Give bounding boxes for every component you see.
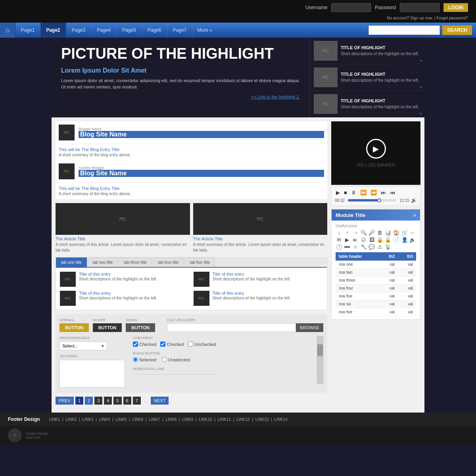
icon-lock[interactable]: 🔒 [376,237,384,243]
icon-warn[interactable]: ⚠ [376,244,384,250]
nav-item-page3[interactable]: Page3 [66,23,92,38]
footer-link-1[interactable]: LINK1 [49,417,60,422]
icon-minus[interactable]: ➖ [344,244,351,250]
file-input[interactable] [167,323,296,332]
next-ctrl[interactable]: ⏭ [380,189,387,196]
icon-unlock[interactable]: 🔓 [385,237,392,243]
password-input[interactable] [400,3,440,12]
icon-chat[interactable]: 💬 [368,244,375,250]
icon-left[interactable]: ← [409,230,416,236]
rew-ctrl[interactable]: ⏪ [369,189,378,196]
page-1[interactable]: 1 [75,397,83,405]
tab-one[interactable]: tab one title [56,257,87,267]
article-title-2[interactable]: The Article Title [193,236,328,241]
volume-icon[interactable]: 🔊 [411,198,417,203]
tab-four[interactable]: tab four title [153,257,184,267]
page-7[interactable]: 7 [133,397,141,405]
footer-link-11[interactable]: LINK11 [218,417,231,422]
icon-right[interactable]: → [352,230,359,236]
footer-link-13[interactable]: LINK13 [255,417,269,422]
article-title-1[interactable]: The Article Title [56,236,190,241]
login-button[interactable]: LOGIN [443,3,468,12]
hero-link[interactable]: >> Link to the highlight 1. [61,94,300,99]
nav-item-page1[interactable]: Page1 [15,23,41,38]
footer-link-8[interactable]: LINK8 [165,417,177,422]
entry-title-4[interactable]: Title of this entry [213,291,291,296]
icon-chart[interactable]: 📊 [385,230,392,236]
footer-link-6[interactable]: LINK6 [132,417,143,422]
play-button[interactable]: ▶ [366,139,386,159]
tab-three[interactable]: tab three title [119,257,152,267]
tab-two[interactable]: tab two title [88,257,118,267]
footer-link-5[interactable]: LINK5 [115,417,127,422]
ff-ctrl[interactable]: ⏩ [359,189,368,196]
blog-title-link-2[interactable]: This will be The Blog Entry Title [59,186,324,191]
entry-title-1[interactable]: Title of this entry [79,272,157,276]
icon-user[interactable]: 👤 [401,237,408,243]
icon-cart[interactable]: 🛒 [401,230,408,236]
normal-button[interactable]: BUTTON [60,323,89,332]
footer-link-4[interactable]: LINK4 [99,417,110,422]
pause-ctrl[interactable]: ⏸ [350,189,357,196]
nav-item-page5[interactable]: Page5 [117,23,142,38]
nav-item-page4[interactable]: Page4 [91,23,117,38]
down-button[interactable]: BUTTON [126,323,155,332]
browse-button[interactable]: BROWSE [296,323,323,332]
icon-volume[interactable]: 🔉 [409,237,416,243]
nav-home-button[interactable]: ⌂ [0,23,15,38]
blog-title-link-1[interactable]: This will be The Blog Entry Title [59,147,324,152]
icon-checkbox[interactable]: ☑ [360,237,367,243]
dropdown-select[interactable]: Select... [60,342,107,350]
search-input[interactable] [369,25,440,35]
icon-search[interactable]: 🔍 [360,230,367,236]
icon-play2[interactable]: ▶ [344,237,351,243]
entry-title-3[interactable]: Title of this entry [79,291,157,296]
nav-item-page6[interactable]: Page6 [142,23,167,38]
scrollbar[interactable] [317,336,323,384]
icon-star[interactable]: ☆ [352,244,359,250]
icon-doc[interactable]: 📄 [393,237,400,243]
page-3[interactable]: 3 [94,397,102,405]
play-ctrl[interactable]: ▶ [335,189,341,196]
textarea-input[interactable] [60,360,125,388]
footer-link-12[interactable]: LINK12 [236,417,250,422]
radio-selected[interactable]: Selected [133,357,156,362]
icon-rss[interactable]: 📡 [385,244,392,250]
next-button[interactable]: NEXT [151,397,169,405]
icon-image[interactable]: 🖼 [368,237,375,243]
icon-home[interactable]: 🏠 [393,230,400,236]
icon-download[interactable]: ↓ [336,230,343,236]
checkbox-2[interactable]: Checked [160,342,184,347]
progress-bar[interactable] [348,199,396,202]
nav-item-page2[interactable]: Page2 [40,23,66,38]
nav-more-button[interactable]: More » [192,23,217,38]
tab-five[interactable]: tab five title [184,257,215,267]
footer-link-3[interactable]: LINK3 [83,417,94,422]
radio-unselected[interactable]: Unselected [162,357,190,362]
footer-link-2[interactable]: LINK2 [66,417,77,422]
page-5[interactable]: 5 [113,397,121,405]
nav-item-page7[interactable]: Page7 [167,23,193,38]
icon-zoom[interactable]: 🔎 [368,230,375,236]
checkbox-3[interactable]: Unchecked [188,342,216,347]
hover-button[interactable]: BUTTON [93,323,122,332]
icon-playpause[interactable]: ⏯ [352,237,359,243]
prev-button[interactable]: PREV [56,397,74,405]
icon-email[interactable]: ✉ [336,237,343,243]
search-button[interactable]: SEARCH [442,25,472,35]
page-6[interactable]: 6 [123,397,131,405]
stop-ctrl[interactable]: ■ [343,189,348,196]
footer-link-14[interactable]: LINK14 [274,417,287,422]
page-2[interactable]: 2 [85,397,93,405]
username-input[interactable] [331,3,371,12]
page-4[interactable]: 4 [104,397,112,405]
icon-trash[interactable]: 🗑 [376,230,384,236]
checkbox-1[interactable]: Checked [133,342,156,347]
prev-ctrl[interactable]: ⏮ [389,189,396,196]
footer-link-9[interactable]: LINK9 [182,417,193,422]
icon-clock[interactable]: 🕐 [336,244,343,250]
footer-link-7[interactable]: LINK7 [149,417,160,422]
footer-link-10[interactable]: LINK10 [199,417,212,422]
icon-wrench[interactable]: 🔧 [360,244,367,250]
icon-upload[interactable]: ↑ [344,230,351,236]
